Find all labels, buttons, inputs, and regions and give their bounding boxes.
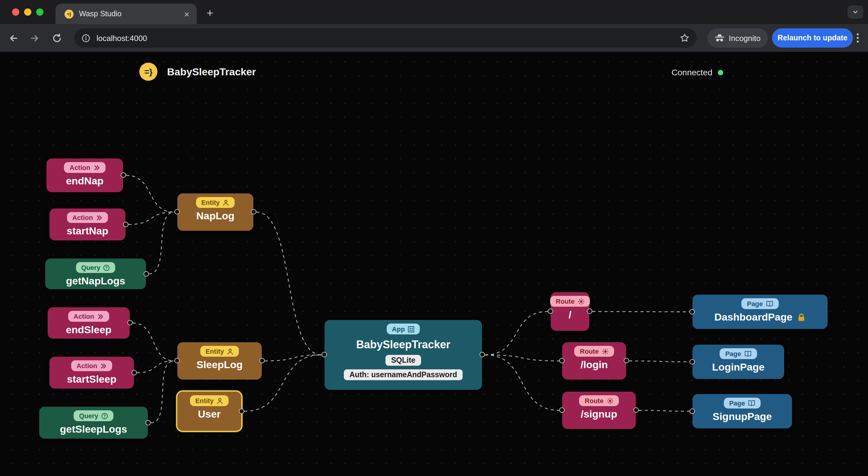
connection-port-right[interactable] — [123, 222, 128, 227]
node-kind-badge: Action — [71, 360, 112, 371]
connection-port-left[interactable] — [559, 407, 565, 413]
tab-strip: =} Wasp Studio × + — [0, 0, 868, 24]
node-title: startSleep — [67, 374, 116, 386]
wasp-logo: =} — [140, 63, 157, 81]
chevrons-right-icon — [96, 214, 102, 221]
connection-port-left[interactable] — [689, 309, 695, 314]
connection-port-left[interactable] — [174, 209, 180, 214]
minimize-window-button[interactable] — [24, 8, 31, 16]
connection-port-right[interactable] — [144, 271, 149, 276]
site-info-icon[interactable] — [82, 33, 91, 42]
chevron-down-icon — [852, 8, 859, 16]
diagram-canvas[interactable]: =} BabySleepTracker Connected ActionendN… — [0, 52, 868, 476]
connection-port-left[interactable] — [559, 358, 565, 363]
node-App[interactable]: AppBabySleepTrackerSQLiteAuth: usernameA… — [324, 320, 482, 390]
connection-port-right[interactable] — [121, 172, 126, 178]
connection-port-left[interactable] — [321, 352, 327, 357]
node-kind-label: Entity — [206, 347, 224, 356]
node-route-login[interactable]: Route/login — [562, 342, 626, 380]
back-arrow-icon — [8, 33, 19, 43]
connection-port-right[interactable] — [587, 308, 592, 314]
node-getNapLogs[interactable]: Query?getNapLogs — [45, 259, 146, 289]
node-startNap[interactable]: ActionstartNap — [50, 208, 125, 240]
connection-port-right[interactable] — [145, 420, 151, 425]
node-title: LoginPage — [712, 362, 765, 374]
node-kind-badge: Query? — [73, 410, 114, 421]
node-kind-label: Route — [585, 396, 603, 406]
tab-wasp-studio[interactable]: =} Wasp Studio × — [56, 4, 197, 24]
edge-getSleepLogs-to-SleepLog — [151, 361, 174, 423]
node-title: /signup — [581, 409, 617, 421]
node-title: SleepLog — [196, 360, 243, 371]
node-title: endNap — [66, 176, 104, 188]
person-icon — [217, 397, 223, 404]
connection-port-left[interactable] — [174, 358, 180, 363]
chevrons-right-icon — [93, 164, 100, 171]
node-kind-label: Query — [81, 263, 100, 272]
fullscreen-window-button[interactable] — [36, 8, 43, 16]
node-SleepLog[interactable]: EntitySleepLog — [177, 342, 262, 380]
connection-port-right[interactable] — [131, 370, 137, 375]
forward-button[interactable] — [30, 33, 40, 46]
tab-title: Wasp Studio — [79, 10, 183, 18]
connection-port-right[interactable] — [251, 209, 256, 214]
connection-port-right[interactable] — [479, 352, 485, 357]
incognito-icon — [715, 34, 724, 42]
relaunch-to-update-button[interactable]: Relaunch to update — [772, 28, 853, 47]
connection-port-left[interactable] — [548, 308, 553, 314]
node-endSleep[interactable]: ActionendSleep — [48, 307, 130, 339]
node-title: DashboardPage — [714, 312, 806, 324]
connection-port-right[interactable] — [633, 407, 639, 413]
edge-getNapLogs-to-NapLog — [149, 212, 174, 274]
edge-App-to-route-root — [485, 311, 548, 355]
new-tab-button[interactable]: + — [202, 5, 218, 22]
node-kind-label: Page — [747, 299, 763, 308]
sun-icon — [578, 298, 584, 305]
question-circle-icon: ? — [101, 412, 108, 419]
connection-port-right[interactable] — [624, 358, 629, 363]
tab-search-button[interactable] — [847, 5, 863, 19]
back-button[interactable] — [8, 33, 19, 46]
node-kind-badge: Action — [67, 212, 108, 223]
node-DashboardPage[interactable]: PageDashboardPage — [692, 295, 828, 329]
node-title: BabySleepTracker — [356, 339, 450, 351]
node-NapLog[interactable]: EntityNapLog — [177, 194, 253, 231]
node-startSleep[interactable]: ActionstartSleep — [50, 357, 134, 388]
node-kind-label: Route — [556, 297, 575, 306]
node-LoginPage[interactable]: PageLoginPage — [692, 345, 784, 379]
node-kind-label: Entity — [195, 396, 214, 406]
node-kind-label: Page — [725, 349, 741, 359]
connection-port-right[interactable] — [127, 320, 133, 326]
node-kind-badge: Page — [742, 298, 779, 309]
connection-port-right[interactable] — [259, 358, 265, 363]
node-endNap[interactable]: ActionendNap — [46, 159, 123, 192]
connection-port-left[interactable] — [689, 408, 695, 414]
node-SignupPage[interactable]: PageSignupPage — [692, 394, 792, 429]
edge-route-root-to-DashboardPage — [592, 311, 689, 312]
close-window-button[interactable] — [12, 8, 19, 16]
edge-endSleep-to-SleepLog — [133, 323, 174, 361]
connection-port-right[interactable] — [239, 408, 244, 414]
node-route-signup[interactable]: Route/signup — [562, 392, 636, 429]
node-kind-label: Query — [79, 411, 98, 420]
node-kind-badge: Route — [579, 395, 619, 406]
window-controls — [12, 8, 43, 16]
node-getSleepLogs[interactable]: Query?getSleepLogs — [39, 407, 148, 439]
node-User[interactable]: EntityUser — [177, 392, 241, 431]
node-title: startNap — [67, 226, 108, 238]
node-route-root[interactable]: Route/ — [551, 292, 589, 331]
address-bar[interactable]: localhost:4000 — [74, 28, 697, 47]
forward-arrow-icon — [30, 33, 40, 43]
app-chip-1: Auth: usernameAndPassword — [344, 370, 462, 380]
person-icon — [227, 348, 234, 354]
chevrons-right-icon — [100, 363, 107, 369]
browser-menu-button[interactable] — [857, 33, 859, 45]
edge-startNap-to-NapLog — [128, 212, 174, 225]
reload-button[interactable] — [52, 33, 62, 46]
bookmark-star-icon[interactable] — [680, 33, 689, 43]
svg-text:?: ? — [103, 414, 106, 418]
connection-port-left[interactable] — [689, 359, 695, 364]
person-icon — [223, 199, 229, 206]
tab-close-icon[interactable]: × — [183, 8, 191, 20]
node-kind-badge: Page — [724, 398, 761, 409]
